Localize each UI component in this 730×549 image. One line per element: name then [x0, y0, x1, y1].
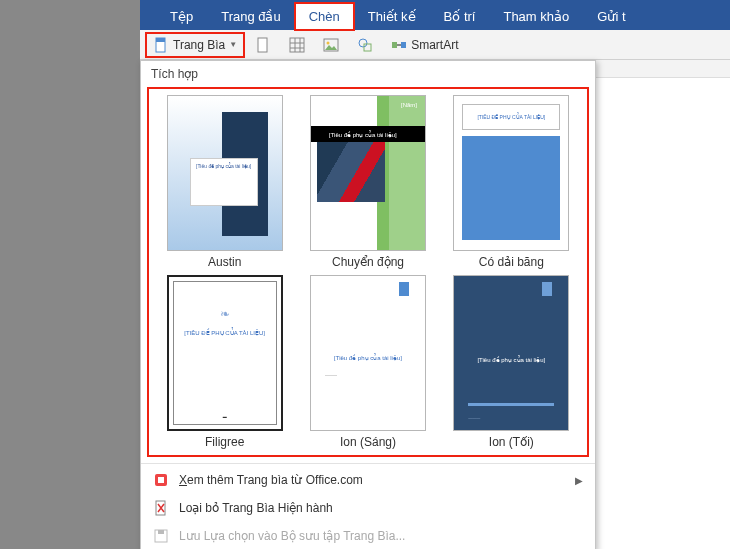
- menu-save-label: Lưu Lựa chọn vào Bộ sưu tập Trang Bìa...: [179, 529, 583, 543]
- cover-option-austin[interactable]: [Tiêu đề phụ của tài liệu] Austin: [159, 95, 290, 269]
- menu-remove-cover[interactable]: Loại bỏ Trang Bìa Hiện hành: [141, 494, 595, 522]
- svg-rect-2: [258, 38, 267, 52]
- tab-mailings[interactable]: Gửi t: [583, 3, 639, 30]
- svg-point-5: [327, 41, 330, 44]
- svg-rect-3: [290, 38, 304, 52]
- chevron-down-icon: ▼: [229, 40, 237, 49]
- svg-rect-1: [156, 38, 165, 42]
- remove-page-icon: [153, 500, 169, 516]
- label-ion-dark: Ion (Tối): [446, 435, 577, 449]
- thumb-austin: [Tiêu đề phụ của tài liệu]: [167, 95, 283, 251]
- label-motion: Chuyển động: [302, 255, 433, 269]
- cover-option-motion[interactable]: [Năm] [Tiêu đề phụ của tài liệu] Chuyển …: [302, 95, 433, 269]
- picture-icon: [323, 37, 339, 53]
- thumb-ion-dark: [Tiêu đề phụ của tài liệu] ―――: [453, 275, 569, 431]
- ribbon-toolbar: Trang Bìa ▼ SmartArt: [140, 30, 730, 60]
- cover-option-ion-light[interactable]: [Tiêu đề phụ của tài liệu] ――― Ion (Sáng…: [302, 275, 433, 449]
- svg-rect-9: [401, 42, 406, 48]
- svg-rect-14: [158, 530, 164, 534]
- save-gallery-icon: [153, 528, 169, 544]
- office-icon: [153, 472, 169, 488]
- submenu-arrow-icon: ▶: [575, 475, 583, 486]
- shapes-icon: [357, 37, 373, 53]
- app-window: Tệp Trang đầu Chèn Thiết kế Bố trí Tham …: [140, 0, 730, 60]
- tab-file[interactable]: Tệp: [156, 3, 207, 30]
- thumb-banded: [TIÊU ĐỀ PHỤ CỦA TÀI LIỆU]: [453, 95, 569, 251]
- thumb-motion: [Năm] [Tiêu đề phụ của tài liệu]: [310, 95, 426, 251]
- label-austin: Austin: [159, 255, 290, 269]
- menu-more-office[interactable]: Xem thêm Trang bìa từ Office.com ▶: [141, 466, 595, 494]
- table-icon: [289, 37, 305, 53]
- tab-home[interactable]: Trang đầu: [207, 3, 295, 30]
- tab-design[interactable]: Thiết kế: [354, 3, 430, 30]
- blank-page-button[interactable]: [248, 33, 278, 57]
- ruler: [596, 60, 730, 78]
- smartart-icon: [391, 37, 407, 53]
- tab-references[interactable]: Tham khảo: [489, 3, 583, 30]
- pictures-button[interactable]: [316, 33, 346, 57]
- thumb-filigree: ❧ [TIÊU ĐỀ PHỤ CỦA TÀI LIỆU] ▬: [167, 275, 283, 431]
- label-filigree: Filigree: [159, 435, 290, 449]
- thumb-ion-light: [Tiêu đề phụ của tài liệu] ―――: [310, 275, 426, 431]
- page-icon: [153, 37, 169, 53]
- gallery-highlight: [Tiêu đề phụ của tài liệu] Austin [Năm] …: [147, 87, 589, 457]
- ribbon-tabs: Tệp Trang đầu Chèn Thiết kế Bố trí Tham …: [140, 0, 730, 30]
- table-button[interactable]: [282, 33, 312, 57]
- cover-page-label: Trang Bìa: [173, 38, 225, 52]
- cover-option-ion-dark[interactable]: [Tiêu đề phụ của tài liệu] ――― Ion (Tối): [446, 275, 577, 449]
- menu-save-selection: Lưu Lựa chọn vào Bộ sưu tập Trang Bìa...: [141, 522, 595, 549]
- cover-gallery: [Tiêu đề phụ của tài liệu] Austin [Năm] …: [151, 91, 585, 453]
- smartart-label: SmartArt: [411, 38, 458, 52]
- separator: [141, 463, 595, 464]
- svg-rect-11: [158, 477, 164, 483]
- cover-option-banded[interactable]: [TIÊU ĐỀ PHỤ CỦA TÀI LIỆU] Có dải băng: [446, 95, 577, 269]
- label-banded: Có dải băng: [446, 255, 577, 269]
- cover-option-filigree[interactable]: ❧ [TIÊU ĐỀ PHỤ CỦA TÀI LIỆU] ▬ Filigree: [159, 275, 290, 449]
- menu-more-label: Xem thêm Trang bìa từ Office.com: [179, 473, 565, 487]
- svg-rect-8: [392, 42, 397, 48]
- cover-page-button[interactable]: Trang Bìa ▼: [146, 33, 244, 57]
- gallery-section-label: Tích hợp: [141, 61, 595, 85]
- tab-layout[interactable]: Bố trí: [430, 3, 490, 30]
- document-area: [596, 60, 730, 549]
- menu-remove-label: Loại bỏ Trang Bìa Hiện hành: [179, 501, 583, 515]
- cover-page-dropdown: Tích hợp [Tiêu đề phụ của tài liệu] Aust…: [140, 60, 596, 549]
- label-ion-light: Ion (Sáng): [302, 435, 433, 449]
- blank-page-icon: [255, 37, 271, 53]
- smartart-button[interactable]: SmartArt: [384, 33, 465, 57]
- svg-rect-7: [364, 44, 371, 51]
- svg-point-6: [359, 39, 367, 47]
- tab-insert[interactable]: Chèn: [295, 3, 354, 30]
- shapes-button[interactable]: [350, 33, 380, 57]
